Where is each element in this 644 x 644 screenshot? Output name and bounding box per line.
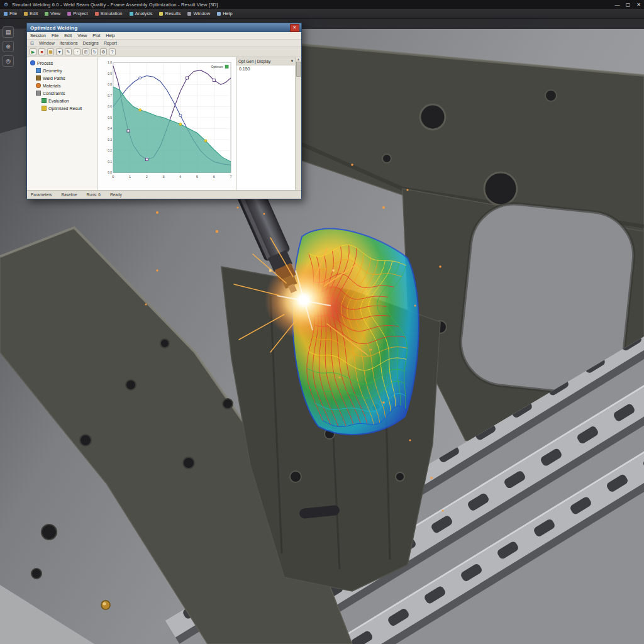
window-menu-icon — [187, 12, 191, 16]
settings-icon[interactable]: ⚙ — [100, 48, 107, 55]
project-menu-icon — [67, 12, 71, 16]
scrollbar-thumb[interactable] — [296, 62, 301, 77]
menu-label: Edit — [30, 11, 38, 16]
dialog-menubar: SessionFileEditViewPlotHelp — [27, 32, 301, 40]
dialog-chart-panel: 012345670.00.10.20.30.40.50.60.70.80.91.… — [97, 57, 236, 190]
dialog-tree-panel: ProcessGeometryWeld PathsMaterialsConstr… — [27, 57, 97, 190]
dialog-menu-view[interactable]: View — [77, 33, 87, 38]
svg-text:1: 1 — [129, 175, 131, 179]
menu-label: Results — [165, 11, 180, 16]
minimize-button[interactable]: — — [612, 2, 623, 8]
zoom-icon[interactable]: ◔ — [74, 48, 80, 55]
dialog-menu-edit[interactable]: Edit — [64, 33, 72, 38]
svg-text:Optimum: Optimum — [211, 65, 223, 69]
chevron-down-icon: ▾ — [291, 58, 293, 64]
menu-label: File — [9, 11, 17, 16]
analysis-menu-icon — [130, 12, 133, 16]
dialog-view-report[interactable]: Report — [104, 41, 117, 45]
dialog-titlebar[interactable]: Optimized Welding ✕ — [27, 23, 301, 32]
menu-item-help[interactable]: Help — [217, 11, 232, 16]
dialog-body: ProcessGeometryWeld PathsMaterialsConstr… — [27, 57, 301, 190]
tree-item-process[interactable]: Process — [27, 59, 97, 67]
status-segment-runs-6: Runs: 6 — [87, 192, 101, 197]
edit-icon[interactable]: ✎ — [65, 48, 72, 55]
menu-item-simulation[interactable]: Simulation — [95, 11, 123, 16]
right-panel-header[interactable]: Opt Gen | Display ▾ — [236, 57, 295, 65]
dialog-view-window[interactable]: Window — [39, 41, 55, 45]
menu-item-project[interactable]: Project — [67, 11, 87, 16]
right-panel-list: 0.150 — [236, 65, 295, 190]
menu-label: Simulation — [101, 11, 123, 16]
sphere-icon — [30, 60, 35, 65]
side-button-model-tree[interactable]: ▤ — [3, 26, 14, 38]
menu-item-analysis[interactable]: Analysis — [130, 11, 153, 16]
tree-item-label: Optimized Result — [48, 106, 82, 111]
tree-item-geometry[interactable]: Geometry — [27, 67, 97, 74]
layout-grid-icon: ⊟ — [30, 41, 34, 46]
svg-text:0: 0 — [112, 175, 114, 179]
dialog-title: Optimized Welding — [30, 25, 77, 31]
help-menu-icon — [217, 12, 221, 16]
menu-label: View — [50, 11, 60, 16]
menu-item-file[interactable]: File — [4, 11, 17, 16]
tree-item-optimized-result[interactable]: Optimized Result — [27, 104, 97, 112]
dialog-view-designs[interactable]: Designs — [83, 41, 99, 45]
dialog-scrollbar[interactable]: ▲ — [295, 57, 301, 190]
cube-icon — [36, 68, 41, 73]
svg-text:3: 3 — [163, 175, 165, 179]
dialog-menu-plot[interactable]: Plot — [92, 33, 100, 38]
grid-icon[interactable]: ⊞ — [82, 48, 89, 55]
menubar: FileEditViewProjectSimulationAnalysisRes… — [0, 9, 644, 19]
refresh-icon[interactable]: ↻ — [91, 48, 98, 55]
right-panel-header-label: Opt Gen | Display — [238, 59, 270, 64]
stop-icon[interactable]: ■ — [38, 48, 45, 55]
tree-item-label: Constraints — [43, 91, 65, 96]
window-title: Simufact Welding 6.0 - Weld Seam Quality… — [12, 2, 218, 8]
flag-icon — [42, 106, 47, 111]
side-button-probe-tool[interactable]: ◎ — [3, 55, 14, 67]
app-icon: ⚙ — [3, 2, 9, 8]
save-icon[interactable]: ▼ — [56, 48, 63, 55]
tree-item-constraints[interactable]: Constraints — [27, 89, 97, 97]
svg-text:2: 2 — [146, 175, 148, 179]
menu-item-view[interactable]: View — [45, 11, 60, 16]
titlebar: ⚙ Simufact Welding 6.0 - Weld Seam Quali… — [0, 0, 644, 9]
right-panel-value[interactable]: 0.150 — [236, 65, 295, 72]
tree-item-label: Materials — [43, 84, 60, 88]
file-menu-icon — [4, 12, 8, 16]
close-button[interactable]: ✕ — [633, 2, 644, 8]
gear-icon — [36, 91, 41, 96]
view-menu-icon — [45, 12, 48, 16]
help-icon[interactable]: ? — [109, 48, 116, 55]
svg-text:0.8: 0.8 — [108, 83, 112, 86]
dialog-menu-session[interactable]: Session — [30, 33, 46, 38]
run-icon[interactable]: ▶ — [30, 48, 36, 55]
dialog-view-iterations[interactable]: Iterations — [60, 41, 78, 45]
tree-item-materials[interactable]: Materials — [27, 82, 97, 89]
svg-text:5: 5 — [196, 175, 198, 179]
svg-text:0.3: 0.3 — [108, 138, 112, 142]
open-icon[interactable]: ▦ — [47, 48, 54, 55]
pencil-icon — [36, 75, 41, 80]
side-button-pan-tool[interactable]: ⊕ — [3, 41, 14, 52]
svg-text:0.9: 0.9 — [108, 72, 112, 75]
maximize-button[interactable]: ▢ — [623, 2, 633, 8]
dialog-menu-help[interactable]: Help — [106, 33, 114, 38]
dialog-close-button[interactable]: ✕ — [290, 24, 299, 32]
dialog-chart-svg[interactable]: 012345670.00.10.20.30.40.50.60.70.80.91.… — [97, 57, 236, 190]
svg-text:0.2: 0.2 — [108, 149, 112, 152]
menu-label: Project — [73, 11, 87, 16]
tree-item-evaluation[interactable]: Evaluation — [27, 97, 97, 104]
menu-item-window[interactable]: Window — [187, 11, 210, 16]
menu-item-edit[interactable]: Edit — [24, 11, 38, 16]
svg-text:0.0: 0.0 — [108, 171, 112, 174]
menu-label: Analysis — [135, 11, 153, 16]
dialog-menu-file[interactable]: File — [52, 33, 58, 38]
menu-item-results[interactable]: Results — [159, 11, 180, 16]
tree-item-label: Process — [37, 61, 53, 65]
optimization-dialog: Optimized Welding ✕ SessionFileEditViewP… — [26, 23, 302, 199]
svg-text:0.4: 0.4 — [108, 127, 112, 130]
svg-text:6: 6 — [213, 175, 215, 179]
tree-item-weld-paths[interactable]: Weld Paths — [27, 74, 97, 82]
scroll-up-icon[interactable]: ▲ — [297, 57, 300, 61]
